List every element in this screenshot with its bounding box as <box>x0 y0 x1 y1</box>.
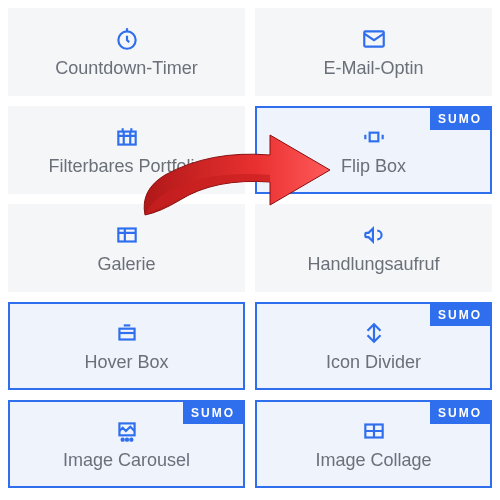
carousel-icon <box>114 418 140 444</box>
card-label: Filterbares Portfolio <box>48 156 204 177</box>
card-label: Icon Divider <box>326 352 421 373</box>
sumo-badge: SUMO <box>430 402 490 424</box>
svg-point-8 <box>125 438 127 440</box>
svg-rect-2 <box>118 131 135 144</box>
card-icon-divider[interactable]: SUMO Icon Divider <box>255 302 492 390</box>
card-image-carousel[interactable]: SUMO Image Carousel <box>8 400 245 488</box>
card-label: Hover Box <box>84 352 168 373</box>
hover-icon <box>114 320 140 346</box>
card-label: E-Mail-Optin <box>323 58 423 79</box>
card-label: Flip Box <box>341 156 406 177</box>
card-label: Countdown-Timer <box>55 58 197 79</box>
sumo-badge: SUMO <box>430 108 490 130</box>
sumo-badge: SUMO <box>430 304 490 326</box>
svg-rect-4 <box>118 228 135 241</box>
svg-point-7 <box>121 438 123 440</box>
card-hover-box[interactable]: Hover Box <box>8 302 245 390</box>
card-gallery[interactable]: Galerie <box>8 204 245 292</box>
card-countdown-timer[interactable]: Countdown-Timer <box>8 8 245 96</box>
gallery-icon <box>114 222 140 248</box>
card-image-collage[interactable]: SUMO Image Collage <box>255 400 492 488</box>
mail-icon <box>361 26 387 52</box>
card-label: Image Carousel <box>63 450 190 471</box>
megaphone-icon <box>361 222 387 248</box>
sumo-badge: SUMO <box>183 402 243 424</box>
card-filterable-portfolio[interactable]: Filterbares Portfolio <box>8 106 245 194</box>
module-grid: Countdown-Timer E-Mail-Optin Filterbares… <box>8 8 492 488</box>
collage-icon <box>361 418 387 444</box>
svg-rect-3 <box>369 132 378 141</box>
card-call-to-action[interactable]: Handlungsaufruf <box>255 204 492 292</box>
card-label: Image Collage <box>315 450 431 471</box>
svg-point-9 <box>130 438 132 440</box>
clock-icon <box>114 26 140 52</box>
card-label: Handlungsaufruf <box>307 254 439 275</box>
flip-icon <box>361 124 387 150</box>
card-flip-box[interactable]: SUMO Flip Box <box>255 106 492 194</box>
divider-icon <box>361 320 387 346</box>
card-label: Galerie <box>97 254 155 275</box>
card-email-optin[interactable]: E-Mail-Optin <box>255 8 492 96</box>
grid-icon <box>114 124 140 150</box>
